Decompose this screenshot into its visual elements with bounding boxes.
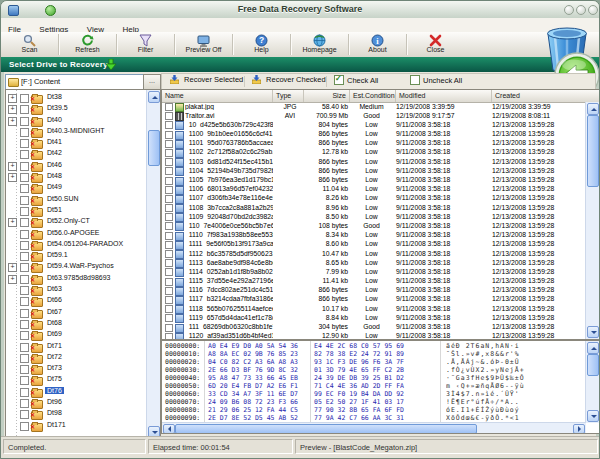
tree-item-checkbox[interactable] xyxy=(20,354,29,363)
table-row[interactable]: _1117_b3214cdaa7fbfa3186e...866 bytesLow… xyxy=(162,295,586,304)
tree-item[interactable]: +Dt48 xyxy=(6,171,146,182)
tree-item[interactable]: Dt171 xyxy=(6,420,146,431)
table-row[interactable]: _110_7e4006e0ce56bc5b7e6...108 bytesGood… xyxy=(162,221,586,230)
tree-item[interactable]: Dt76 xyxy=(6,386,146,397)
expand-plus-icon[interactable]: + xyxy=(8,94,17,103)
file-checkbox[interactable] xyxy=(165,222,173,230)
preview-off-button[interactable]: Preview Off xyxy=(175,32,232,57)
about-button[interactable]: i About xyxy=(349,32,406,57)
file-checkbox[interactable] xyxy=(165,140,173,148)
expand-plus-icon[interactable]: + xyxy=(8,173,17,182)
file-checkbox[interactable] xyxy=(165,177,173,185)
file-checkbox[interactable] xyxy=(165,195,173,203)
table-row[interactable]: _1115_37d55e4e292a27196e...11.41 kbLow9/… xyxy=(162,277,586,286)
expand-plus-icon[interactable]: + xyxy=(8,275,17,284)
filter-button[interactable]: Filter xyxy=(117,32,174,57)
table-row[interactable]: _1107_d306fb34e78e116e4e3...8.26 kbLow9/… xyxy=(162,194,586,203)
column-size[interactable]: Size xyxy=(304,90,350,102)
file-checkbox[interactable] xyxy=(165,296,173,304)
table-row[interactable]: _1113_6ae8abe9df984c6e8be...8.65 kbLow9/… xyxy=(162,258,586,267)
tree-item[interactable]: Dt49 xyxy=(6,182,146,193)
tree-item[interactable]: Dt50.SUN xyxy=(6,194,146,205)
table-row[interactable]: _1118_565b076255114aefcee...10.17 kbLow9… xyxy=(162,304,586,313)
tree-item-checkbox[interactable] xyxy=(20,275,29,284)
hex-hscrollbar-thumb[interactable] xyxy=(175,424,477,434)
tree-item[interactable]: Dt40.3-MIDNIGHT xyxy=(6,126,146,137)
tree-item[interactable]: Dt71 xyxy=(6,341,146,352)
tree-item-checkbox[interactable] xyxy=(20,422,29,431)
file-checkbox[interactable] xyxy=(165,131,173,139)
file-checkbox[interactable] xyxy=(165,112,173,120)
tree-item-checkbox[interactable] xyxy=(20,117,29,126)
file-checkbox[interactable] xyxy=(165,213,173,221)
homepage-button[interactable]: Homepage xyxy=(291,32,348,57)
tree-item[interactable]: +Dt40 xyxy=(6,115,146,126)
file-checkbox[interactable] xyxy=(165,268,173,276)
file-checkbox[interactable] xyxy=(165,259,173,267)
tree-item[interactable]: Dt96 xyxy=(6,397,146,408)
tree-item-checkbox[interactable] xyxy=(20,218,29,227)
expand-plus-icon[interactable]: + xyxy=(8,105,17,114)
help-button[interactable]: ? Help xyxy=(233,32,290,57)
hex-vertical-scrollbar[interactable] xyxy=(585,341,599,423)
file-checkbox[interactable] xyxy=(165,324,173,332)
table-row[interactable]: _10_d425e5b630b729c423f8...804 bytesLow9… xyxy=(162,120,586,129)
scroll-right-icon[interactable] xyxy=(573,424,585,434)
refresh-button[interactable]: Refresh xyxy=(59,32,116,57)
tree-item-checkbox[interactable] xyxy=(20,150,29,159)
expand-plus-icon[interactable]: + xyxy=(8,263,17,272)
tree-item-checkbox[interactable] xyxy=(20,297,29,306)
tree-item-checkbox[interactable] xyxy=(20,376,29,385)
tree-item-checkbox[interactable] xyxy=(20,207,29,216)
file-checkbox[interactable] xyxy=(165,204,173,212)
tree-scrollbar[interactable] xyxy=(146,90,160,439)
scroll-down-icon[interactable] xyxy=(587,410,599,422)
tree-item-checkbox[interactable] xyxy=(20,184,29,193)
tree-item[interactable]: Dt66 xyxy=(6,295,146,306)
file-checkbox[interactable] xyxy=(165,103,173,111)
tree-item-checkbox[interactable] xyxy=(20,105,29,114)
hex-scrollbar-thumb[interactable] xyxy=(587,354,599,376)
tree-item-checkbox[interactable] xyxy=(20,94,29,103)
file-checkbox[interactable] xyxy=(165,121,173,129)
column-est-condition[interactable]: Est.Condition xyxy=(350,90,396,102)
tree-item[interactable]: Dt42 xyxy=(6,148,146,159)
file-checkbox[interactable] xyxy=(165,149,173,157)
tree-item[interactable]: Dt75 xyxy=(6,374,146,385)
table-row[interactable]: _1105_7b976ea3ed1d179bc1...866 bytesLow9… xyxy=(162,176,586,185)
tree-item-checkbox[interactable] xyxy=(20,410,29,419)
table-row[interactable]: _1102_2c712f58a02c6c29ab...12.78 kbLow9/… xyxy=(162,148,586,157)
tree-item[interactable]: Dt68 xyxy=(6,318,146,329)
title-bar[interactable]: Free Data Recovery Software xyxy=(1,1,599,19)
tree-item[interactable]: Dt56.0-APOGEE xyxy=(6,228,146,239)
file-checkbox[interactable] xyxy=(165,241,173,249)
table-row[interactable]: Traitor.aviAVI700.99 MbGood12/19/2008 9:… xyxy=(162,111,586,120)
expand-plus-icon[interactable]: + xyxy=(8,218,17,227)
tree-item[interactable]: Dt63 xyxy=(6,284,146,295)
tree-item-checkbox[interactable] xyxy=(20,162,29,171)
browse-button[interactable]: ... xyxy=(143,74,161,90)
column-modified[interactable]: Modified xyxy=(396,90,492,102)
maximize-button[interactable] xyxy=(576,5,586,15)
table-row[interactable]: plakat.jpgJPG58.40 kbMedium12/19/2008 3:… xyxy=(162,102,586,111)
tree-item[interactable]: +Dt46 xyxy=(6,160,146,171)
scroll-up-icon[interactable] xyxy=(148,91,160,103)
tree-item-checkbox[interactable] xyxy=(20,399,29,408)
uncheck-all-button[interactable]: Uncheck All xyxy=(410,75,462,87)
file-list-scrollbar[interactable] xyxy=(585,102,599,339)
tree-item-checkbox[interactable] xyxy=(20,320,29,329)
column-created[interactable]: Created xyxy=(492,90,586,102)
table-row[interactable]: _1116_7dcc802ae251dc4c51...866 bytesLow9… xyxy=(162,286,586,295)
file-checkbox[interactable] xyxy=(165,314,173,322)
tree-item[interactable]: +Dt39.5 xyxy=(6,103,146,114)
minimize-button[interactable] xyxy=(564,5,574,15)
column-name[interactable]: Name xyxy=(162,90,273,102)
table-row[interactable]: _1100_9b1b0ee01656c6cf41...866 bytesLow9… xyxy=(162,130,586,139)
tree-scrollbar-thumb[interactable] xyxy=(148,130,160,166)
tree-item-checkbox[interactable] xyxy=(20,128,29,137)
tree-item-checkbox[interactable] xyxy=(20,196,29,205)
tree-item-checkbox[interactable] xyxy=(20,388,29,397)
column-type[interactable]: Type xyxy=(273,90,304,102)
file-checkbox[interactable] xyxy=(165,287,173,295)
table-row[interactable]: _1120_af39ad351d6b4bf4ed1...12.90 kbLow9… xyxy=(162,332,586,339)
